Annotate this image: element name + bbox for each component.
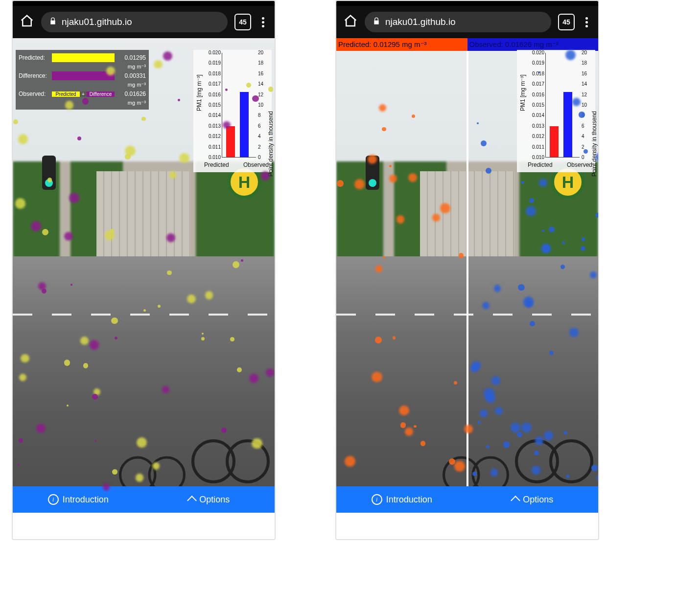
chart-xlabel-predicted: Predicted: [528, 161, 553, 168]
chevron-up-icon: [187, 496, 197, 505]
phone-right: njaku01.github.io 45 Predicted: 0.01295 …: [335, 0, 599, 540]
legend-difference-value: 0.00331: [117, 72, 146, 79]
home-icon[interactable]: [20, 14, 34, 30]
chart-ylabel-left: PM1 [mg m⁻³]: [196, 74, 203, 111]
chart-panel: 0.0200.0190.0180.0170.0160.0150.0140.013…: [517, 50, 595, 172]
url-host: njaku01.github.io: [385, 17, 456, 27]
tab-count[interactable]: 45: [558, 14, 575, 30]
chart-xlabel-observed: Observed: [243, 161, 269, 168]
browser-bar: njaku01.github.io 45: [336, 6, 598, 38]
chart-bar-predicted: [550, 126, 559, 157]
chevron-up-icon: [511, 496, 520, 505]
home-icon[interactable]: [343, 14, 358, 30]
legend-swatch-difference: [52, 71, 115, 80]
bottom-nav: i Introduction Options: [336, 486, 598, 513]
url-bar[interactable]: njaku01.github.io: [41, 12, 228, 32]
legend-observed-value: 0.01626: [117, 91, 146, 97]
legend-swatch-observed: Predicted + Difference: [52, 90, 115, 98]
ar-viewport-right[interactable]: Predicted: 0.01295 mg m⁻³ Observed: 0.01…: [336, 38, 598, 513]
bottom-nav: i Introduction Options: [13, 486, 275, 513]
traffic-light-icon: [42, 156, 56, 190]
legend-predicted-value: 0.01295: [117, 54, 146, 61]
split-divider: [467, 51, 468, 513]
introduction-button[interactable]: i Introduction: [336, 486, 467, 513]
introduction-button[interactable]: i Introduction: [13, 486, 144, 513]
chart-bar-observed: [563, 92, 572, 157]
legend-difference-label: Difference:: [19, 72, 50, 79]
chart-panel: 0.0200.0190.0180.0170.0160.0150.0140.013…: [193, 50, 272, 172]
status-bar: [336, 1, 598, 6]
bicycle-icon: [515, 425, 593, 483]
status-bar: [13, 1, 275, 6]
options-button[interactable]: Options: [467, 486, 599, 513]
info-icon: i: [48, 494, 59, 505]
banner-observed: Observed: 0.01626 mg m⁻³: [467, 38, 600, 51]
banner-predicted: Predicted: 0.01295 mg m⁻³: [336, 38, 471, 51]
phone-left: njaku01.github.io 45 Predicted: 0.01295: [12, 0, 276, 540]
chart-left-ticks: 0.0200.0190.0180.0170.0160.0150.0140.013…: [203, 53, 221, 158]
overflow-menu-icon[interactable]: [582, 16, 591, 29]
ar-viewport-left[interactable]: Predicted: 0.01295 mg m⁻³ Difference: 0.…: [13, 38, 275, 513]
chart-xlabel-observed: Observed: [567, 161, 592, 168]
info-icon: i: [372, 494, 382, 505]
lock-icon: [49, 17, 57, 27]
options-button[interactable]: Options: [144, 486, 275, 513]
overflow-menu-icon[interactable]: [258, 16, 268, 29]
legend-observed-label: Observed:: [19, 91, 50, 97]
lock-icon: [373, 17, 380, 27]
legend-swatch-predicted: [52, 53, 115, 62]
chart-left-ticks: 0.0200.0190.0180.0170.0160.0150.0140.013…: [527, 53, 544, 158]
chart-xlabel-predicted: Predicted: [204, 161, 229, 168]
chart-ylabel-left: PM1 [mg m⁻³]: [519, 74, 526, 111]
url-bar[interactable]: njaku01.github.io: [365, 12, 551, 32]
chart-bar-predicted: [226, 126, 235, 157]
bicycle-icon: [191, 425, 270, 483]
tab-count[interactable]: 45: [234, 14, 251, 30]
legend-predicted-label: Predicted:: [19, 54, 50, 61]
chart-bar-observed: [240, 92, 249, 157]
url-host: njaku01.github.io: [62, 17, 132, 27]
browser-bar: njaku01.github.io 45: [13, 6, 275, 38]
chart-plot-area: [222, 53, 256, 158]
